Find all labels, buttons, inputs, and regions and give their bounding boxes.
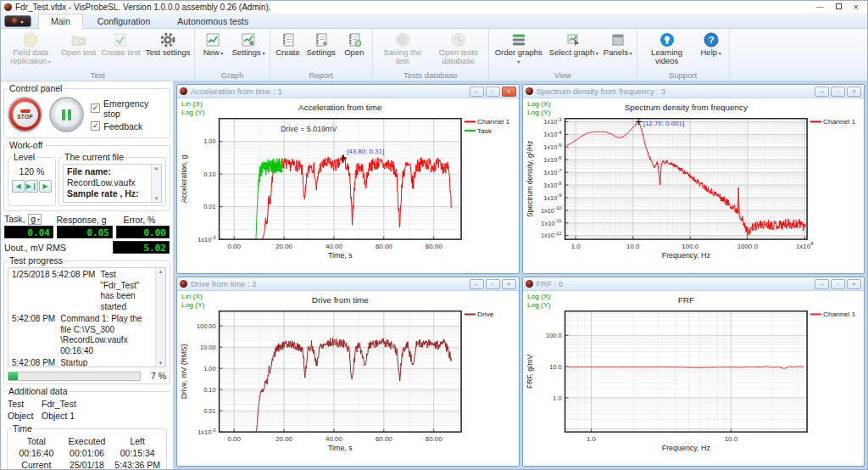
- chart-minimize-button[interactable]: –: [470, 279, 484, 289]
- task-label: Task,g▾: [4, 214, 53, 225]
- left-panel: Control panel STOP ✓Emergency stop ✓Feed…: [1, 81, 174, 469]
- chart-titlebar[interactable]: Spectrum density from frequency : 3–▫×: [523, 85, 865, 98]
- level-back-button[interactable]: ◀: [12, 180, 25, 193]
- test-progress-log[interactable]: 1/25/2018 5:42:08 PMTest "Fdr_Test" has …: [8, 267, 166, 367]
- chart-close-button[interactable]: ×: [502, 279, 516, 289]
- chart-close-button[interactable]: ×: [847, 279, 861, 289]
- time-header-left: Left: [112, 435, 163, 447]
- chart-maximize-button[interactable]: ▫: [831, 87, 845, 97]
- chart-minimize-button[interactable]: –: [815, 279, 829, 289]
- chart-titlebar[interactable]: FRF : 6–▫×: [523, 277, 865, 291]
- task-unit-combo[interactable]: g▾: [28, 214, 42, 225]
- ribbon-button-label: Create test: [101, 48, 140, 57]
- chart-close-button[interactable]: ×: [502, 87, 516, 97]
- progress-bar: [8, 372, 141, 381]
- log-scrollbar[interactable]: ▲▼: [155, 268, 165, 366]
- svg-text:Drive, mV (RMS): Drive, mV (RMS): [180, 344, 188, 400]
- svg-text:Channel 1: Channel 1: [477, 119, 510, 126]
- chart-plot[interactable]: 0.0020.0040.0060.0080.001.000.100.011x10…: [177, 98, 519, 273]
- chart-window-spectrum-density-from-frequency: Spectrum density from frequency : 3–▫×1.…: [522, 84, 865, 274]
- svg-text:Log (Y): Log (Y): [181, 301, 205, 309]
- ribbon-button-panels[interactable]: Panels ▾: [601, 30, 635, 57]
- chart-maximize-button[interactable]: ▫: [486, 87, 500, 97]
- chart-window-acceleration-from-time: Acceleration from time : 1–▫×0.0020.0040…: [176, 84, 520, 274]
- svg-text:1.0: 1.0: [553, 394, 561, 402]
- svg-text:100.0: 100.0: [546, 332, 562, 339]
- tab-main[interactable]: Main: [38, 14, 83, 29]
- chart-close-button[interactable]: ×: [847, 87, 861, 97]
- restore-button[interactable]: [836, 3, 842, 12]
- svg-text:Drive from time: Drive from time: [312, 295, 369, 305]
- additional-data-title: Additional data: [7, 386, 69, 396]
- chart-plot[interactable]: 0.0020.0040.0060.0080.00100.0010.001.000…: [177, 291, 519, 466]
- test-progress-title: Test progress: [8, 255, 64, 266]
- open-test-icon: [70, 31, 87, 48]
- svg-text:Frequency, Hz: Frequency, Hz: [661, 251, 709, 260]
- svg-text:1x10-4: 1x10-4: [543, 130, 562, 138]
- ribbon-button-help[interactable]: ?Help ▾: [695, 30, 727, 57]
- control-panel-group: Control panel STOP ✓Emergency stop ✓Feed…: [3, 83, 170, 138]
- chart-minimize-button[interactable]: –: [815, 87, 829, 97]
- ribbon-button-settings[interactable]: Settings ▾: [229, 30, 267, 57]
- svg-text:1x10-7: 1x10-7: [543, 168, 561, 176]
- field-data-replication-icon: [22, 31, 39, 48]
- current-file-list[interactable]: File name: RecordLow.vaufx Sample rate ,…: [63, 164, 162, 203]
- svg-text:FRF: FRF: [677, 295, 693, 305]
- checkbox-check-icon: ✓: [91, 121, 100, 131]
- svg-text:1x10-3: 1x10-3: [198, 428, 215, 436]
- svg-text:Log (X): Log (X): [526, 294, 550, 301]
- ribbon-button-label: Test settings: [146, 48, 191, 57]
- ribbon-group-view: Order graphs ▾Select graph ▾Panels ▾View: [489, 29, 637, 81]
- chart-titlebar[interactable]: Acceleration from time : 1–▫×: [177, 85, 519, 98]
- feedback-checkbox[interactable]: ✓Feedback: [91, 121, 166, 131]
- additional-data-group: Additional data TestFdr_Test ObjectObjec…: [3, 386, 170, 469]
- ribbon-button-label: Order graphs ▾: [493, 48, 544, 66]
- report-open-icon: [346, 31, 363, 48]
- uout-value-display: 5.02: [113, 241, 170, 254]
- ribbon-button-settings[interactable]: Settings: [304, 30, 338, 57]
- level-skip-button[interactable]: ▶❙: [25, 180, 38, 193]
- chart-plot[interactable]: 1.010.0100.01000.01x1041x10-31x10-41x10-…: [523, 98, 865, 273]
- ribbon-button-order-graphs[interactable]: Order graphs ▾: [491, 30, 547, 66]
- svg-text:0.00: 0.00: [228, 243, 241, 250]
- ribbon-button-new[interactable]: New ▾: [197, 30, 229, 57]
- ribbon-button-open[interactable]: Open: [338, 30, 370, 57]
- ribbon-button-label: Select graph ▾: [549, 48, 598, 57]
- svg-text:Frequency, Hz: Frequency, Hz: [661, 444, 709, 452]
- charts-area: Acceleration from time : 1–▫×0.0020.0040…: [174, 81, 867, 469]
- response-value-display: 0.05: [57, 226, 113, 238]
- ribbon-button-learning-videos[interactable]: Learning videos: [639, 30, 695, 66]
- minimize-button[interactable]: —: [816, 3, 824, 12]
- ribbon-button-select-graph[interactable]: Select graph ▾: [547, 30, 601, 57]
- svg-text:Time, s: Time, s: [328, 251, 353, 260]
- file-list-scrollbar[interactable]: ▲▼: [151, 165, 161, 202]
- chart-window-frf: FRF : 6–▫×1.010.0100.010.01.0FRFFrequenc…: [522, 277, 865, 467]
- chart-minimize-button[interactable]: –: [470, 87, 484, 97]
- stop-button[interactable]: STOP: [8, 97, 42, 132]
- svg-text:0.10: 0.10: [203, 171, 215, 178]
- emergency-stop-checkbox[interactable]: ✓Emergency stop: [91, 98, 166, 119]
- chart-plot[interactable]: 1.010.0100.010.01.0FRFFrequency, HzFRF, …: [523, 291, 865, 466]
- svg-text:1.00: 1.00: [203, 138, 215, 146]
- chart-maximize-button[interactable]: ▫: [486, 279, 500, 289]
- ribbon-group-graph: New ▾Settings ▾Graph: [195, 29, 270, 81]
- pause-button[interactable]: [49, 97, 84, 132]
- ribbon-group-support: Learning videos?Help ▾Support: [637, 29, 730, 81]
- chart-titlebar[interactable]: Drive from time : 2–▫×: [177, 277, 519, 291]
- ribbon-group-label: Graph: [197, 70, 267, 81]
- ribbon-button-label: Open tests database: [433, 48, 484, 66]
- ribbon-button-create[interactable]: Create: [272, 30, 304, 57]
- chart-maximize-button[interactable]: ▫: [831, 279, 845, 289]
- svg-text:1x10-10: 1x10-10: [540, 205, 561, 214]
- chart-body: 0.0020.0040.0060.0080.00100.0010.001.000…: [177, 291, 519, 466]
- panels-icon: [609, 31, 626, 48]
- time-title: Time: [11, 423, 34, 434]
- app-menu-button[interactable]: ▾: [4, 15, 31, 27]
- ribbon-button-test-settings[interactable]: Test settings: [143, 30, 193, 57]
- close-button[interactable]: ×: [854, 3, 859, 12]
- svg-text:40.00: 40.00: [326, 243, 342, 250]
- tab-configuration[interactable]: Configuration: [85, 14, 163, 28]
- test-settings-icon: [159, 31, 176, 48]
- level-forward-button[interactable]: ▶: [39, 180, 52, 193]
- tab-autonomous-tests[interactable]: Autonomous tests: [164, 14, 261, 28]
